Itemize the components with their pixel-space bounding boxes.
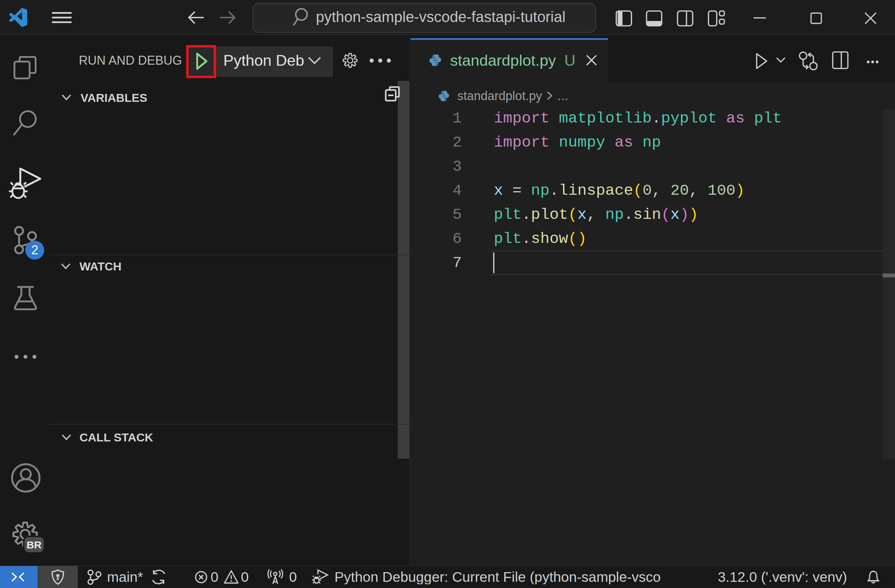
- svg-text:2: 2: [31, 243, 38, 257]
